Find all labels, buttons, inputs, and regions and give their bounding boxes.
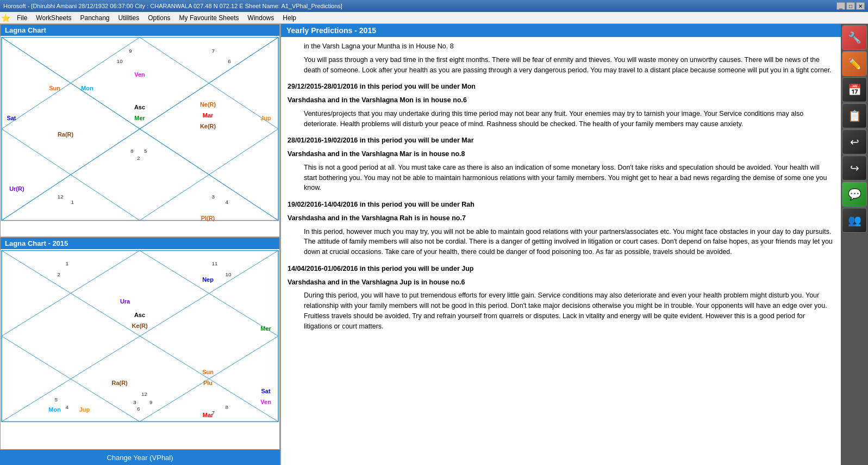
prediction-text: Ventures/projects that you may undertake… [304,109,834,129]
svg-text:3: 3 [211,194,215,200]
svg-text:12: 12 [141,390,148,396]
svg-text:Ura: Ura [120,298,130,305]
prediction-text: This is not a good period at all. You mu… [304,163,834,193]
minimize-button[interactable]: _ [836,2,845,10]
svg-text:Ne(R): Ne(R) [200,101,216,108]
predictions-content[interactable]: in the Varsh Lagna your Muntha is in Hou… [281,37,841,465]
svg-text:7: 7 [211,410,215,416]
chart1-canvas: 9 10 Sun Mon Ven Asc Mer 7 6 Jup Ne(R) [1,36,279,222]
title-bar-buttons: _ □ ✕ [836,2,865,10]
svg-text:2: 2 [58,271,61,277]
svg-text:1: 1 [71,199,74,205]
chart2-svg: Nep Ura Asc Ke(R) 1 2 11 10 Mer Sun Plu [1,249,279,423]
period-header: 29/12/2015-28/01/2016 in this period you… [288,82,834,92]
svg-text:Asc: Asc [134,104,145,110]
sub-header: Varshdasha and in the Varshlagna Mon is … [288,95,834,106]
predictions-title: Yearly Predictions - 2015 [281,24,841,37]
svg-text:5: 5 [144,148,147,154]
svg-text:Mon: Mon [81,85,93,91]
svg-text:3: 3 [133,399,136,405]
app-icon: ⭐ [1,14,10,22]
close-button[interactable]: ✕ [856,2,865,10]
svg-text:Pl(R): Pl(R) [201,215,215,221]
menu-item-help[interactable]: Help [278,13,301,23]
svg-text:Plu: Plu [203,379,213,386]
svg-text:7: 7 [211,48,215,54]
svg-text:Ke(R): Ke(R) [200,123,216,129]
svg-text:5: 5 [55,396,58,402]
svg-text:Ven: Ven [260,398,271,405]
svg-text:Sun: Sun [49,85,60,91]
menu-item-panchang[interactable]: Panchang [76,13,114,23]
period-header: 28/01/2016-19/02/2016 in this period you… [288,135,834,146]
period-header: 14/04/2016-01/06/2016 in this period you… [288,264,834,274]
svg-text:Mar: Mar [203,112,214,119]
chart2-canvas: Nep Ura Asc Ke(R) 1 2 11 10 Mer Sun Plu [1,249,279,448]
maximize-button[interactable]: □ [846,2,855,10]
menu-item-options[interactable]: Options [143,13,174,23]
svg-text:Ra(R): Ra(R) [58,131,74,138]
menu-item-worksheets[interactable]: WorkSheets [32,13,76,23]
chart2-title: Lagna Chart - 2015 [1,238,279,249]
svg-text:Sun: Sun [202,368,214,375]
forward-icon[interactable]: ↪ [842,156,867,181]
svg-text:Sat: Sat [7,115,16,121]
svg-text:Jup: Jup [260,115,271,121]
chat-icon[interactable]: 💬 [842,182,867,207]
title-bar: Horosoft - [Dhirubhi Ambani 28/12/1932 0… [0,0,868,12]
svg-text:12: 12 [58,194,64,200]
svg-text:6: 6 [228,58,231,64]
chart1-svg: 9 10 Sun Mon Ven Asc Mer 7 6 Jup Ne(R) [1,36,279,222]
period-header: 19/02/2016-14/04/2016 in this period you… [288,200,834,210]
svg-text:10: 10 [225,271,232,277]
menu-bar: ⭐ FileWorkSheetsPanchangUtilitiesOptions… [0,12,868,24]
svg-text:Nep: Nep [202,276,214,283]
back-icon[interactable]: ↩ [842,129,867,154]
svg-text:8: 8 [225,404,228,410]
svg-text:9: 9 [129,48,132,54]
prediction-text: in the Varsh Lagna your Muntha is in Hou… [304,41,834,52]
sub-header: Varshdasha and in the Varshlagna Rah is … [288,213,834,224]
svg-text:Ven: Ven [134,71,145,78]
svg-text:Asc: Asc [134,312,145,318]
left-panel: Lagna Chart [0,24,280,465]
menu-item-windows[interactable]: Windows [243,13,279,23]
change-year-button[interactable]: Change Year (VPhal) [0,450,280,465]
svg-text:6: 6 [137,406,140,412]
menu-item-my-favourite-sheets[interactable]: My Favourite Sheets [175,13,243,23]
svg-text:Mer: Mer [134,115,145,121]
menu-item-file[interactable]: File [13,13,32,23]
svg-text:Mer: Mer [260,325,271,332]
tools-icon[interactable]: 🔧 [842,25,867,50]
svg-text:Mon: Mon [48,406,60,413]
lagna-chart-1: Lagna Chart [0,24,280,237]
lagna-chart-2: Lagna Chart - 2015 [0,237,280,450]
svg-text:Ra(R): Ra(R) [112,379,128,386]
svg-text:Ke(R): Ke(R) [132,323,148,329]
prediction-text: You will pass through a very bad time in… [304,55,834,76]
prediction-text: During this period, you will have to put… [304,290,834,331]
svg-text:9: 9 [149,399,153,405]
calendar-icon[interactable]: 📅 [842,77,867,102]
svg-text:4: 4 [66,404,69,410]
right-panel: Yearly Predictions - 2015 in the Varsh L… [280,24,841,465]
svg-text:2: 2 [137,155,140,161]
svg-text:1: 1 [66,261,69,266]
title-bar-text: Horosoft - [Dhirubhi Ambani 28/12/1932 0… [3,3,342,9]
svg-text:10: 10 [117,58,123,64]
group-icon[interactable]: 👥 [842,208,867,233]
svg-text:Ur(R): Ur(R) [9,185,24,192]
prediction-text: In this period, however much you may try… [304,227,834,257]
chart1-title: Lagna Chart [1,24,279,36]
document-icon[interactable]: 📋 [842,103,867,128]
svg-text:Sat: Sat [261,387,271,394]
menu-item-utilities[interactable]: Utilities [114,13,144,23]
svg-text:8: 8 [130,148,134,154]
svg-text:Jup: Jup [79,406,90,413]
sub-header: Varshdasha and in the Varshlagna Jup is … [288,277,834,288]
edit-icon[interactable]: ✏️ [842,51,867,76]
svg-text:11: 11 [211,261,218,266]
icon-panel: 🔧✏️📅📋↩↪💬👥 [841,24,868,465]
sub-header: Varshdasha and in the Varshlagna Mar is … [288,149,834,159]
main-container: Lagna Chart [0,24,868,465]
